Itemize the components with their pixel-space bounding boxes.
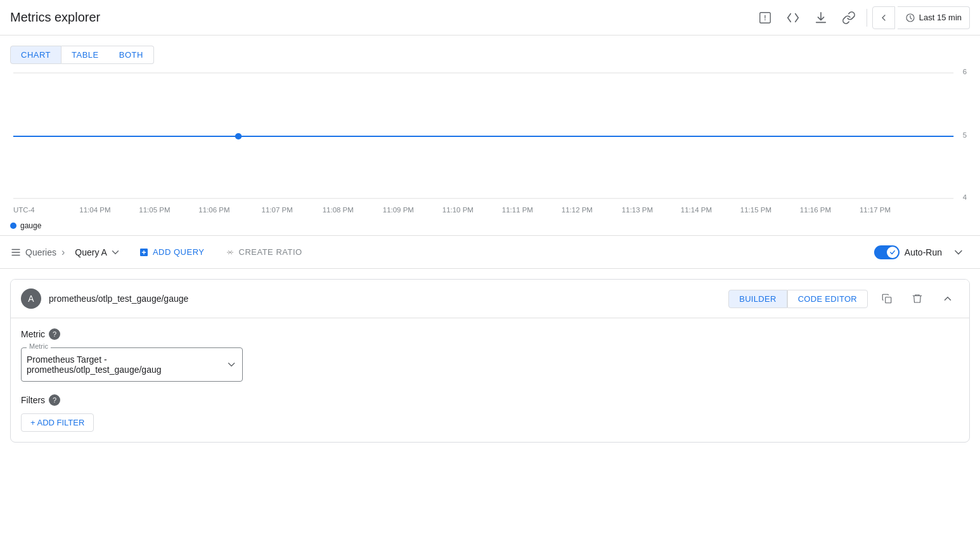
legend-dot (10, 223, 16, 229)
queries-text: Queries (25, 247, 56, 257)
svg-text:11:14 PM: 11:14 PM (681, 206, 712, 214)
download-icon-button[interactable] (808, 5, 834, 30)
check-icon (889, 249, 896, 256)
header: Metrics explorer ! (0, 0, 980, 36)
expand-icon (942, 293, 953, 304)
delete-button[interactable] (906, 287, 929, 310)
add-filter-button[interactable]: + ADD FILTER (21, 413, 94, 432)
tab-chart[interactable]: CHART (10, 46, 61, 64)
metric-select-label: Metric (27, 342, 51, 350)
add-query-label: ADD QUERY (153, 247, 205, 257)
main-content: CHART TABLE BOTH 6 5 4 UTC-4 11: (0, 36, 980, 544)
code-icon (786, 11, 800, 25)
time-range-label: Last 15 min (919, 13, 962, 22)
alert-icon-button[interactable]: ! (752, 5, 778, 30)
filters-help-icon[interactable]: ? (49, 394, 60, 406)
copy-icon (881, 293, 893, 304)
expand-button[interactable] (936, 287, 959, 310)
svg-text:6: 6 (963, 68, 967, 75)
svg-text:11:15 PM: 11:15 PM (740, 206, 771, 214)
legend-label: gauge (20, 221, 41, 230)
chart-area: CHART TABLE BOTH 6 5 4 UTC-4 11: (0, 36, 980, 236)
svg-text:!: ! (764, 14, 766, 21)
queries-label-container: Queries (10, 247, 56, 258)
svg-text:11:10 PM: 11:10 PM (442, 206, 474, 214)
header-divider (867, 9, 867, 27)
add-query-button[interactable]: ADD QUERY (131, 243, 212, 261)
svg-text:UTC-4: UTC-4 (13, 206, 35, 214)
chart-svg: 6 5 4 UTC-4 11:04 PM 11:05 PM 11:06 PM 1… (0, 67, 980, 219)
code-editor-tab[interactable]: CODE EDITOR (787, 290, 868, 308)
create-ratio-label: CREATE RATIO (239, 247, 302, 257)
add-filter-label: + ADD FILTER (30, 418, 84, 427)
menu-icon (10, 247, 22, 258)
create-ratio-icon (225, 247, 235, 257)
view-tabs: CHART TABLE BOTH (0, 41, 980, 67)
collapse-icon (952, 246, 965, 259)
filters-field-label-container: Filters ? (21, 394, 959, 406)
link-icon (842, 11, 856, 25)
trash-icon (912, 293, 923, 304)
create-ratio-button[interactable]: CREATE RATIO (217, 243, 310, 261)
svg-text:5: 5 (963, 131, 967, 139)
code-icon-button[interactable] (780, 5, 806, 30)
metric-select-text: Prometheus Target - prometheus/otlp_test… (27, 354, 226, 375)
clock-icon (905, 13, 915, 23)
builder-tab[interactable]: BUILDER (728, 290, 787, 308)
tab-both[interactable]: BOTH (109, 46, 154, 64)
query-panel-body: Metric ? Metric Prometheus Target - prom… (11, 318, 969, 442)
metric-help-icon[interactable]: ? (49, 328, 60, 340)
svg-text:11:05 PM: 11:05 PM (139, 206, 170, 214)
auto-run-toggle[interactable] (874, 245, 899, 259)
query-path: prometheus/otlp_test_gauge/gauge (49, 294, 721, 304)
alert-icon: ! (758, 11, 772, 25)
metric-label: Metric (21, 329, 45, 339)
breadcrumb-chevron: › (61, 247, 65, 258)
filters-label: Filters (21, 395, 45, 405)
svg-text:11:07 PM: 11:07 PM (262, 206, 293, 214)
chart-visualization: 6 5 4 UTC-4 11:04 PM 11:05 PM 11:06 PM 1… (0, 67, 980, 219)
metric-select-value[interactable]: Prometheus Target - prometheus/otlp_test… (27, 351, 237, 379)
builder-code-tabs: BUILDER CODE EDITOR (728, 290, 868, 308)
link-icon-button[interactable] (836, 5, 861, 30)
auto-run-label: Auto-Run (905, 247, 942, 257)
svg-text:11:04 PM: 11:04 PM (79, 206, 110, 214)
query-avatar: A (21, 288, 41, 309)
back-arrow-icon (879, 13, 889, 23)
svg-text:11:11 PM: 11:11 PM (502, 206, 533, 214)
chart-legend: gauge (0, 219, 980, 235)
auto-run-container: Auto-Run (874, 245, 942, 259)
queries-bar: Queries › Query A ADD QUERY CREATE RATIO (0, 236, 980, 269)
tab-table[interactable]: TABLE (61, 46, 109, 64)
metric-field-label-container: Metric ? (21, 328, 959, 340)
svg-point-9 (235, 133, 242, 139)
svg-text:11:08 PM: 11:08 PM (323, 206, 354, 214)
metric-select-container[interactable]: Metric Prometheus Target - prometheus/ot… (21, 347, 243, 382)
svg-text:11:13 PM: 11:13 PM (622, 206, 653, 214)
svg-rect-26 (886, 297, 891, 303)
download-icon (814, 11, 828, 25)
svg-text:4: 4 (963, 193, 967, 201)
svg-text:11:06 PM: 11:06 PM (198, 206, 229, 214)
add-query-icon (139, 247, 149, 257)
query-panel-header: A prometheus/otlp_test_gauge/gauge BUILD… (11, 280, 969, 318)
svg-text:11:17 PM: 11:17 PM (860, 206, 891, 214)
back-button[interactable] (872, 6, 895, 29)
toggle-knob (887, 247, 898, 258)
time-range-button[interactable]: Last 15 min (898, 6, 970, 29)
query-dropdown-icon (110, 247, 121, 258)
query-panel: A prometheus/otlp_test_gauge/gauge BUILD… (10, 279, 970, 443)
svg-text:11:16 PM: 11:16 PM (800, 206, 831, 214)
copy-button[interactable] (875, 287, 898, 310)
collapse-button[interactable] (947, 241, 970, 264)
query-selector[interactable]: Query A (70, 244, 126, 261)
metric-dropdown-arrow-icon (226, 358, 237, 371)
page-title: Metrics explorer (10, 10, 100, 25)
header-actions: ! (752, 5, 970, 30)
filters-section: Filters ? + ADD FILTER (21, 394, 959, 432)
query-a-label: Query A (75, 247, 107, 257)
svg-text:11:12 PM: 11:12 PM (562, 206, 593, 214)
svg-text:11:09 PM: 11:09 PM (383, 206, 414, 214)
